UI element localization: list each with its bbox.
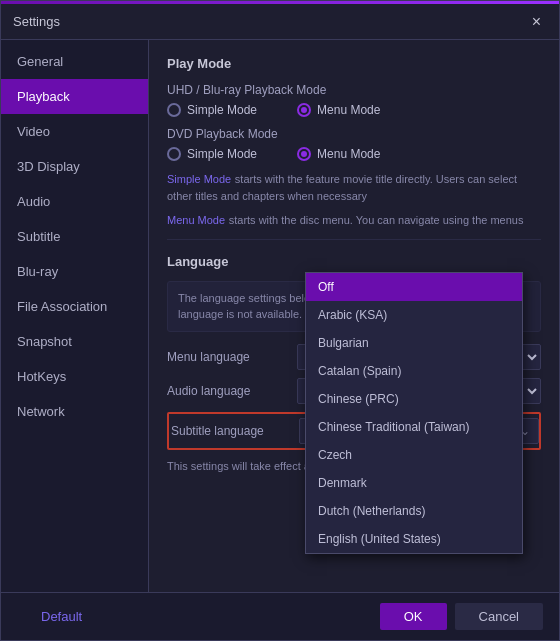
dropdown-item-czech[interactable]: Czech (306, 441, 522, 469)
play-mode-title: Play Mode (167, 56, 541, 71)
dropdown-item-dutch[interactable]: Dutch (Netherlands) (306, 497, 522, 525)
menu-mode-desc-text: starts with the disc menu. You can navig… (229, 214, 524, 226)
cancel-button[interactable]: Cancel (455, 603, 543, 630)
dropdown-item-chinese-traditional[interactable]: Chinese Traditional (Taiwan) (306, 413, 522, 441)
dvd-radio-row: Simple Mode Menu Mode (167, 147, 541, 161)
settings-window: Settings × General Playback Video 3D Dis… (0, 0, 560, 641)
sidebar-item-general[interactable]: General (1, 44, 148, 79)
default-button[interactable]: Default (17, 603, 106, 630)
uhd-menu-radio[interactable] (297, 103, 311, 117)
uhd-simple-radio[interactable] (167, 103, 181, 117)
dropdown-item-off[interactable]: Off (306, 273, 522, 301)
dropdown-item-chinese-prc[interactable]: Chinese (PRC) (306, 385, 522, 413)
uhd-simple-mode-option[interactable]: Simple Mode (167, 103, 257, 117)
dvd-simple-mode-option[interactable]: Simple Mode (167, 147, 257, 161)
dropdown-item-english[interactable]: English (United States) (306, 525, 522, 553)
dvd-menu-label: Menu Mode (317, 147, 380, 161)
right-buttons: OK Cancel (380, 603, 543, 630)
audio-language-label: Audio language (167, 384, 297, 398)
sidebar-item-file-association[interactable]: File Association (1, 289, 148, 324)
main-content: Play Mode UHD / Blu-ray Playback Mode Si… (149, 40, 559, 592)
sidebar-item-network[interactable]: Network (1, 394, 148, 429)
ok-button[interactable]: OK (380, 603, 447, 630)
title-bar: Settings × (1, 4, 559, 40)
content-area: General Playback Video 3D Display Audio … (1, 40, 559, 592)
simple-mode-description: Simple Mode starts with the feature movi… (167, 171, 541, 204)
dropdown-item-arabic[interactable]: Arabic (KSA) (306, 301, 522, 329)
dvd-menu-radio[interactable] (297, 147, 311, 161)
uhd-menu-mode-option[interactable]: Menu Mode (297, 103, 380, 117)
close-button[interactable]: × (526, 12, 547, 32)
uhd-simple-label: Simple Mode (187, 103, 257, 117)
uhd-radio-row: Simple Mode Menu Mode (167, 103, 541, 117)
dvd-menu-mode-option[interactable]: Menu Mode (297, 147, 380, 161)
dropdown-item-bulgarian[interactable]: Bulgarian (306, 329, 522, 357)
sidebar-item-hotkeys[interactable]: HotKeys (1, 359, 148, 394)
window-title: Settings (13, 14, 60, 29)
dropdown-item-denmark[interactable]: Denmark (306, 469, 522, 497)
sidebar: General Playback Video 3D Display Audio … (1, 40, 149, 592)
sidebar-item-playback[interactable]: Playback (1, 79, 148, 114)
language-dropdown: Off Arabic (KSA) Bulgarian Catalan (Spai… (305, 272, 523, 554)
bottom-bar: Default OK Cancel (1, 592, 559, 640)
language-title: Language (167, 254, 541, 269)
sidebar-item-audio[interactable]: Audio (1, 184, 148, 219)
sidebar-item-subtitle[interactable]: Subtitle (1, 219, 148, 254)
subtitle-language-label: Subtitle language (169, 424, 299, 438)
menu-mode-description: Menu Mode starts with the disc menu. You… (167, 212, 541, 229)
language-info-text2: not available. (237, 308, 302, 320)
menu-language-label: Menu language (167, 350, 297, 364)
dvd-simple-radio[interactable] (167, 147, 181, 161)
sidebar-item-snapshot[interactable]: Snapshot (1, 324, 148, 359)
dvd-simple-label: Simple Mode (187, 147, 257, 161)
divider (167, 239, 541, 240)
dropdown-item-catalan[interactable]: Catalan (Spain) (306, 357, 522, 385)
sidebar-item-video[interactable]: Video (1, 114, 148, 149)
sidebar-item-3d-display[interactable]: 3D Display (1, 149, 148, 184)
simple-mode-link[interactable]: Simple Mode (167, 173, 231, 185)
uhd-title: UHD / Blu-ray Playback Mode (167, 83, 541, 97)
menu-mode-link[interactable]: Menu Mode (167, 214, 225, 226)
uhd-menu-label: Menu Mode (317, 103, 380, 117)
dvd-title: DVD Playback Mode (167, 127, 541, 141)
sidebar-item-blu-ray[interactable]: Blu-ray (1, 254, 148, 289)
